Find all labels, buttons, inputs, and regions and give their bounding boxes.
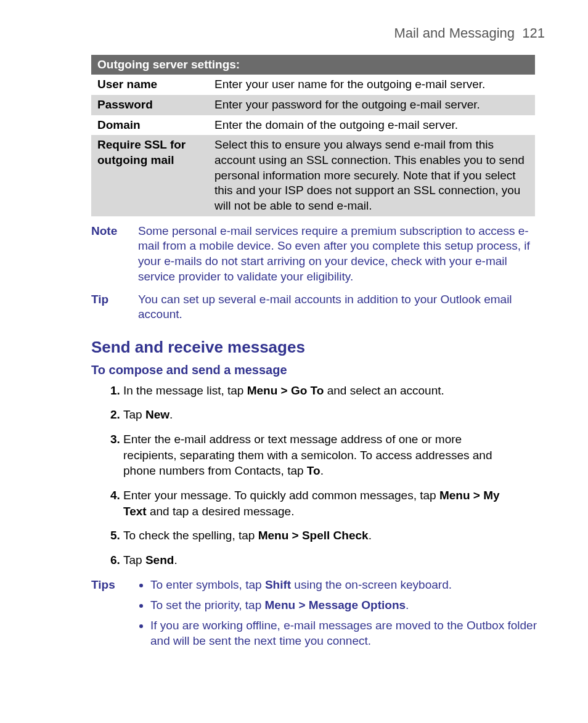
step-item: Enter the e-mail address or text message… — [123, 431, 508, 479]
tips-text: using the on-screen keyboard. — [291, 578, 452, 591]
row-desc: Select this to ensure you always send e-… — [208, 135, 535, 216]
step-text: Tap — [123, 553, 145, 566]
tip-text: You can set up several e-mail accounts i… — [138, 292, 545, 322]
step-text: . — [369, 529, 372, 542]
tips-text: If you are working offline, e-mail messa… — [150, 619, 537, 647]
row-label: Password — [91, 95, 208, 115]
step-item: Tap Send. — [123, 552, 508, 568]
tip-label: Tip — [91, 292, 138, 322]
row-label: Domain — [91, 115, 208, 136]
step-bold: Menu > Spell Check — [258, 529, 369, 542]
notes-block: Note Some personal e-mail services requi… — [91, 224, 545, 322]
step-text: . — [169, 408, 173, 421]
step-item: Tap New. — [123, 407, 508, 423]
step-item: Enter your message. To quickly add commo… — [123, 488, 508, 519]
section-heading: Send and receive messages — [91, 337, 545, 358]
step-text: . — [174, 553, 177, 566]
step-item: To check the spelling, tap Menu > Spell … — [123, 528, 508, 544]
step-text: In the message list, tap — [123, 384, 247, 397]
table-row: Require SSL for outgoing mail Select thi… — [91, 135, 535, 216]
step-text: Enter your message. To quickly add commo… — [123, 489, 439, 502]
table-row: Domain Enter the domain of the outgoing … — [91, 115, 535, 136]
tips-bold: Menu > Message Options — [265, 598, 406, 611]
header-page: 121 — [522, 25, 545, 41]
tips-text: To enter symbols, tap — [150, 578, 265, 591]
step-text: Tap — [123, 408, 145, 421]
tips-label: Tips — [91, 578, 138, 653]
table-section-header: Outgoing server settings: — [91, 55, 535, 75]
header-section: Mail and Messaging — [394, 25, 515, 41]
tips-text: . — [406, 598, 409, 611]
tip-row: Tip You can set up several e-mail accoun… — [91, 292, 545, 322]
steps-list: In the message list, tap Menu > Go To an… — [105, 383, 508, 568]
table-row: User name Enter your user name for the o… — [91, 75, 535, 95]
note-text: Some personal e-mail services require a … — [138, 224, 545, 285]
note-row: Note Some personal e-mail services requi… — [91, 224, 545, 285]
row-label: User name — [91, 75, 208, 95]
page-header: Mail and Messaging 121 — [43, 25, 545, 43]
outgoing-server-settings-table: Outgoing server settings: User name Ente… — [91, 55, 535, 216]
tips-block: Tips To enter symbols, tap Shift using t… — [91, 578, 545, 653]
sub-heading: To compose and send a message — [91, 362, 545, 378]
tips-item: To set the priority, tap Menu > Message … — [150, 598, 545, 613]
note-label: Note — [91, 224, 138, 285]
table-row: Password Enter your password for the out… — [91, 95, 535, 115]
step-bold: Send — [145, 553, 174, 566]
row-desc: Enter your user name for the outgoing e-… — [208, 75, 535, 95]
step-text: and tap a desired message. — [147, 505, 295, 518]
tips-text: To set the priority, tap — [150, 598, 265, 611]
row-desc: Enter the domain of the outgoing e-mail … — [208, 115, 535, 136]
step-text: To check the spelling, tap — [123, 529, 258, 542]
tips-item: To enter symbols, tap Shift using the on… — [150, 578, 545, 593]
step-item: In the message list, tap Menu > Go To an… — [123, 383, 508, 399]
row-label: Require SSL for outgoing mail — [91, 135, 208, 216]
row-desc: Enter your password for the outgoing e-m… — [208, 95, 535, 115]
tips-bold: Shift — [265, 578, 291, 591]
step-bold: To — [307, 464, 321, 477]
step-bold: Menu > Go To — [247, 384, 324, 397]
step-text: and select an account. — [324, 384, 444, 397]
step-bold: New — [145, 408, 169, 421]
tips-list: To enter symbols, tap Shift using the on… — [138, 578, 545, 653]
tips-item: If you are working offline, e-mail messa… — [150, 618, 545, 648]
step-text: . — [321, 464, 324, 477]
